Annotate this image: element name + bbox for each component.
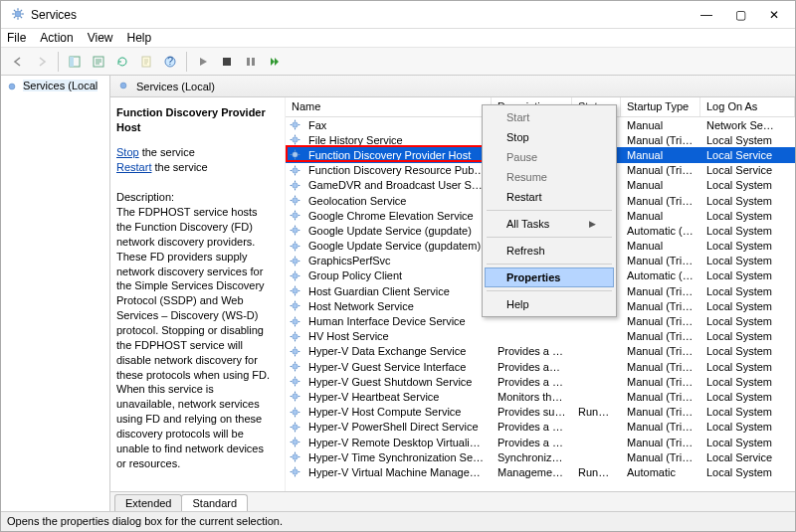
cell-logon: Local System (700, 134, 795, 146)
table-row[interactable]: Hyper-V Host Compute ServiceProvides sup… (286, 405, 795, 420)
menu-file[interactable]: File (7, 31, 26, 45)
restart-service-button[interactable] (264, 51, 286, 73)
cell-logon: Local System (700, 330, 795, 342)
back-button[interactable] (7, 51, 29, 73)
ctx-help[interactable]: Help (485, 294, 614, 314)
ctx-start: Start (485, 107, 614, 127)
pane-header: Services (Local) (110, 76, 795, 97)
col-logon[interactable]: Log On As (700, 97, 795, 116)
cell-name: Group Policy Client (302, 269, 492, 281)
cell-name: Hyper-V Host Compute Service (302, 406, 492, 418)
gear-icon (286, 406, 302, 419)
services-window: Services — ▢ ✕ File Action View Help ? S… (0, 0, 796, 532)
col-startup[interactable]: Startup Type (621, 97, 700, 116)
cell-logon: Local System (700, 421, 795, 433)
cell-logon: Local System (700, 345, 795, 357)
cell-description: Management s… (492, 466, 572, 478)
start-service-button[interactable] (192, 51, 214, 73)
gear-icon (286, 179, 302, 192)
table-row[interactable]: HV Host ServiceManual (Trigg…Local Syste… (286, 329, 795, 344)
gear-icon (286, 284, 302, 297)
menu-action[interactable]: Action (40, 31, 73, 45)
svg-point-50 (293, 213, 298, 218)
svg-point-115 (293, 409, 298, 414)
pause-service-button[interactable] (240, 51, 262, 73)
col-name[interactable]: Name (286, 97, 492, 116)
svg-point-30 (293, 152, 298, 157)
cell-logon: Local System (700, 391, 795, 403)
toolbar: ? (1, 48, 795, 76)
table-row[interactable]: Hyper-V PowerShell Direct ServiceProvide… (286, 420, 795, 435)
table-row[interactable]: Hyper-V Time Synchronization ServiceSync… (286, 449, 795, 464)
tree-root[interactable]: Services (Local (23, 80, 98, 91)
svg-rect-16 (247, 58, 250, 66)
cell-startup: Manual (621, 149, 700, 161)
cell-name: Hyper-V Guest Service Interface (302, 361, 492, 373)
ctx-resume: Resume (485, 167, 614, 187)
help-button[interactable]: ? (159, 51, 181, 73)
close-button[interactable]: ✕ (757, 4, 791, 26)
svg-line-6 (20, 16, 22, 18)
gear-icon (286, 450, 302, 463)
svg-point-110 (293, 394, 298, 399)
menu-help[interactable]: Help (127, 31, 152, 45)
table-row[interactable]: Hyper-V Heartbeat ServiceMonitors the st… (286, 389, 795, 404)
tab-extended[interactable]: Extended (114, 494, 182, 511)
svg-point-25 (293, 137, 298, 142)
cell-description: Synchronizes th… (492, 451, 572, 463)
table-row[interactable]: Hyper-V Remote Desktop Virtualization Se… (286, 435, 795, 449)
cell-name: GameDVR and Broadcast User Service_16f6… (302, 179, 492, 191)
table-row[interactable]: Hyper-V Guest Service InterfaceProvides … (286, 359, 795, 374)
export-button[interactable] (88, 51, 109, 73)
minimize-button[interactable]: — (690, 4, 723, 26)
gear-icon (286, 194, 302, 207)
cell-name: Hyper-V Heartbeat Service (302, 391, 492, 403)
stop-service-button[interactable] (216, 51, 238, 73)
cell-logon: Local System (700, 225, 795, 237)
tab-standard[interactable]: Standard (181, 494, 248, 511)
svg-point-40 (293, 183, 298, 188)
restart-link[interactable]: Restart (116, 161, 151, 173)
table-row[interactable]: Hyper-V Virtual Machine ManagementManage… (286, 464, 795, 479)
cell-startup: Manual (621, 240, 700, 252)
gear-icon (286, 148, 302, 161)
gear-icon (286, 118, 302, 131)
ctx-properties[interactable]: Properties (485, 267, 614, 287)
svg-point-100 (293, 364, 298, 369)
stop-link[interactable]: Stop (116, 146, 139, 158)
svg-point-55 (293, 228, 298, 233)
maximize-button[interactable]: ▢ (723, 4, 757, 26)
menu-view[interactable]: View (88, 31, 113, 45)
gear-icon (286, 164, 302, 177)
table-row[interactable]: Hyper-V Guest Shutdown ServiceProvides a… (286, 374, 795, 389)
cell-name: HV Host Service (302, 330, 492, 342)
show-hide-button[interactable] (64, 51, 86, 73)
chevron-right-icon: ▶ (589, 219, 596, 229)
ctx-refresh[interactable]: Refresh (485, 241, 614, 261)
refresh-button[interactable] (111, 51, 133, 73)
cell-name: File History Service (302, 134, 492, 146)
cell-name: Host Guardian Client Service (302, 285, 492, 297)
table-row[interactable]: Hyper-V Data Exchange ServiceProvides a … (286, 344, 795, 359)
svg-text:?: ? (167, 55, 173, 67)
properties-button[interactable] (135, 51, 157, 73)
gear-icon (286, 375, 302, 388)
cell-status: Running (572, 466, 621, 478)
ctx-pause: Pause (485, 147, 614, 167)
forward-button[interactable] (31, 51, 53, 73)
cell-startup: Manual (Trigg… (621, 391, 700, 403)
svg-point-45 (293, 198, 298, 203)
services-list[interactable]: Name Description Status Startup Type Log… (285, 97, 795, 491)
ctx-all-tasks[interactable]: All Tasks▶ (485, 214, 614, 234)
cell-name: Geolocation Service (302, 195, 492, 207)
statusbar: Opens the properties dialog box for the … (1, 511, 795, 531)
gear-icon (116, 79, 130, 94)
cell-startup: Manual (Trigg… (621, 134, 700, 146)
ctx-restart[interactable]: Restart (485, 187, 614, 207)
gear-icon (286, 224, 302, 237)
cell-startup: Manual (Trigg… (621, 451, 700, 463)
cell-startup: Manual (Trigg… (621, 255, 700, 266)
ctx-stop[interactable]: Stop (485, 127, 614, 147)
gear-icon (286, 360, 302, 373)
cell-startup: Manual (Trigg… (621, 300, 700, 312)
